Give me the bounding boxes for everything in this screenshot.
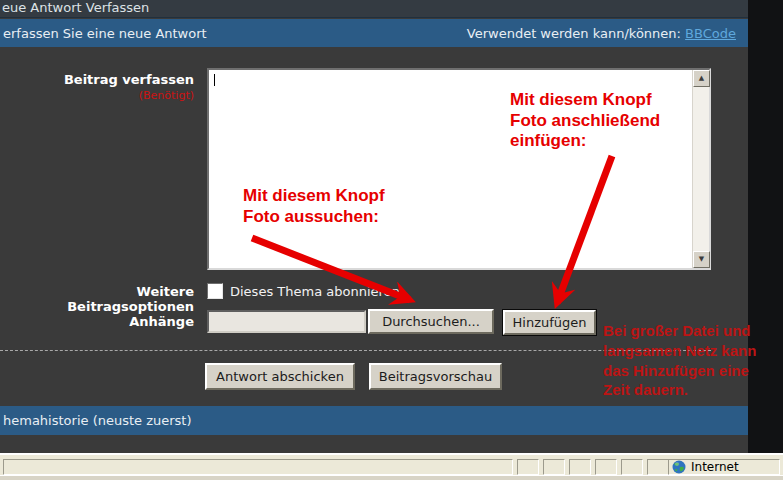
add-attachment-button[interactable]: Hinzufügen	[503, 310, 596, 335]
allowed-markup-info: Verwendet werden kann/können: BBCode	[467, 26, 736, 41]
status-pane	[647, 459, 669, 475]
form-header-title: erfassen Sie eine neue Antwort	[3, 26, 207, 41]
topic-history-bar: hemahistorie (neuste zuerst)	[0, 406, 748, 435]
attachment-filename-input[interactable]	[207, 310, 366, 333]
annotation-upload-note: Bei großer Datei und langsamen Netz kann…	[603, 321, 771, 400]
status-pane	[543, 459, 565, 475]
browse-button[interactable]: Durchsuchen...	[368, 309, 494, 334]
scroll-up-icon[interactable]: ▲	[693, 70, 710, 87]
text-caret	[214, 74, 215, 86]
status-pane	[569, 459, 591, 475]
attachments-label: Anhänge	[18, 314, 194, 329]
window-bottom-edge	[0, 475, 783, 480]
subscribe-label: Dieses Thema abonnieren	[230, 284, 400, 299]
browser-status-bar: Internet	[0, 453, 783, 480]
message-label: Beitrag verfassen	[18, 72, 194, 87]
annotation-insert-photo: Mit diesem Knopf Foto anschließend einfü…	[510, 90, 660, 152]
message-required-label: (Benötigt)	[18, 89, 194, 102]
preview-button[interactable]: Beitragsvorschau	[369, 363, 502, 390]
submit-reply-button[interactable]: Antwort abschicken	[205, 363, 355, 390]
form-header-bar: erfassen Sie eine neue Antwort Verwendet…	[0, 19, 748, 47]
options-label: Weitere Beitragsoptionen	[18, 284, 194, 314]
section-title-bar: eue Antwort Verfassen	[0, 0, 748, 18]
bbcode-link[interactable]: BBCode	[685, 26, 736, 41]
annotation-pick-photo: Mit diesem Knopf Foto aussuchen:	[243, 186, 385, 227]
status-message-pane	[3, 459, 513, 475]
security-zone-label: Internet	[691, 460, 739, 474]
section-title: eue Antwort Verfassen	[2, 0, 149, 15]
status-pane	[621, 459, 643, 475]
scroll-down-icon[interactable]: ▼	[693, 251, 710, 268]
subscribe-checkbox[interactable]	[207, 283, 223, 299]
topic-history-title: hemahistorie (neuste zuerst)	[3, 413, 192, 428]
browser-viewport: eue Antwort Verfassen erfassen Sie eine …	[0, 0, 783, 480]
security-zone-pane: Internet	[668, 459, 780, 475]
status-pane	[595, 459, 617, 475]
textarea-scrollbar[interactable]: ▲ ▼	[692, 70, 709, 268]
internet-globe-icon	[672, 460, 686, 474]
status-pane	[517, 459, 539, 475]
